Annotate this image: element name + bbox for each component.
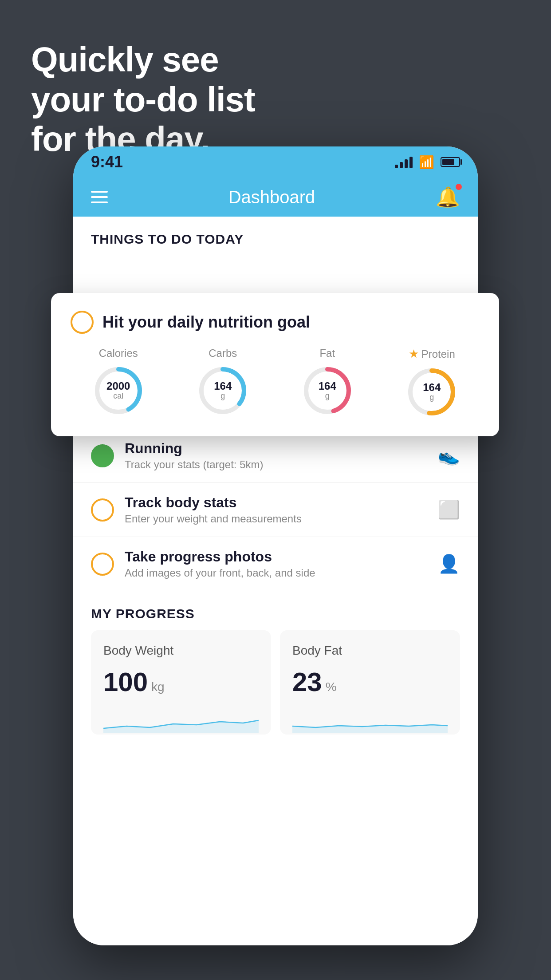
battery-icon <box>441 157 460 167</box>
status-bar: 9:41 📶 <box>73 146 478 178</box>
calories-center: 2000 cal <box>106 381 130 401</box>
progress-title: MY PROGRESS <box>91 606 195 621</box>
nav-title: Dashboard <box>228 187 315 207</box>
body-weight-sparkline <box>103 706 259 733</box>
body-fat-sparkline <box>292 706 448 733</box>
progress-section: MY PROGRESS <box>73 591 478 630</box>
headline-text: Quickly see your to-do list for the day. <box>31 40 255 159</box>
todo-text-photos: Take progress photos Add images of your … <box>125 549 427 579</box>
todo-text-running: Running Track your stats (target: 5km) <box>125 440 427 471</box>
card-header: Hit your daily nutrition goal <box>71 311 480 334</box>
status-icons: 📶 <box>395 155 460 170</box>
fat-donut: 164 g <box>301 364 354 417</box>
phone-frame: 9:41 📶 Dashboard 🔔 <box>73 146 478 945</box>
calories-donut: 2000 cal <box>92 364 145 417</box>
nutrition-card-title: Hit your daily nutrition goal <box>102 313 310 332</box>
todo-checkbox-body-stats[interactable] <box>91 498 114 522</box>
carbs-center: 164 g <box>214 381 232 401</box>
calories-label: Calories <box>99 347 138 360</box>
things-section-header: THINGS TO DO TODAY <box>73 217 478 256</box>
nutrition-card: Hit your daily nutrition goal Calories 2… <box>51 293 499 436</box>
status-time: 9:41 <box>91 153 123 171</box>
signal-icon <box>395 156 413 168</box>
protein-center: 164 g <box>423 382 441 402</box>
nutrition-protein: ★ Protein 164 g <box>384 347 480 419</box>
nutrition-checkbox[interactable] <box>71 311 94 334</box>
nutrition-calories: Calories 2000 cal <box>71 347 166 419</box>
todo-item-photos[interactable]: Take progress photos Add images of your … <box>73 537 478 591</box>
body-weight-card: Body Weight 100 kg <box>91 630 271 735</box>
todo-checkbox-running[interactable] <box>91 444 114 467</box>
fat-center: 164 g <box>319 381 336 401</box>
body-weight-label: Body Weight <box>103 644 259 658</box>
protein-donut: 164 g <box>405 365 458 419</box>
menu-icon[interactable] <box>91 191 108 203</box>
progress-grid: Body Weight 100 kg Body Fat 23 % <box>73 630 478 752</box>
carbs-donut: 164 g <box>196 364 249 417</box>
person-photo-icon: 👤 <box>438 553 460 574</box>
scale-icon: ⬜ <box>438 499 460 520</box>
protein-label: ★ Protein <box>409 347 455 361</box>
body-fat-card: Body Fat 23 % <box>280 630 460 735</box>
todo-list: Running Track your stats (target: 5km) 👟… <box>73 429 478 591</box>
running-shoe-icon: 👟 <box>438 445 460 466</box>
body-fat-value: 23 % <box>292 667 448 697</box>
wifi-icon: 📶 <box>419 155 434 170</box>
nav-bar: Dashboard 🔔 <box>73 178 478 217</box>
notification-bell-icon[interactable]: 🔔 <box>436 186 460 209</box>
things-title: THINGS TO DO TODAY <box>91 232 244 246</box>
todo-item-running[interactable]: Running Track your stats (target: 5km) 👟 <box>73 429 478 483</box>
star-icon: ★ <box>409 347 419 361</box>
nutrition-fat: Fat 164 g <box>279 347 375 419</box>
nutrition-grid: Calories 2000 cal Carbs <box>71 347 480 419</box>
nutrition-carbs: Carbs 164 g <box>175 347 271 419</box>
todo-text-body-stats: Track body stats Enter your weight and m… <box>125 494 427 525</box>
body-weight-value: 100 kg <box>103 667 259 697</box>
todo-checkbox-photos[interactable] <box>91 553 114 576</box>
body-fat-label: Body Fat <box>292 644 448 658</box>
todo-item-body-stats[interactable]: Track body stats Enter your weight and m… <box>73 483 478 537</box>
carbs-label: Carbs <box>209 347 237 360</box>
notification-dot <box>456 184 462 190</box>
fat-label: Fat <box>319 347 335 360</box>
